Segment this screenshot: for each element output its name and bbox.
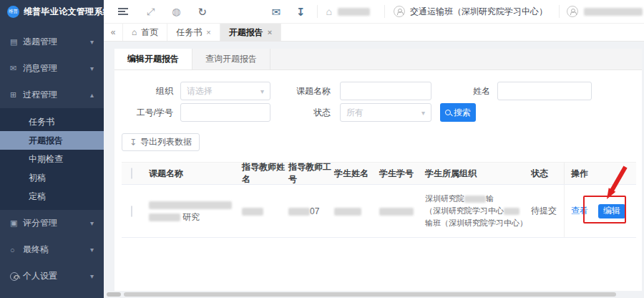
divider (317, 5, 318, 18)
supervisor-id-cell: 07 (288, 206, 334, 216)
status-label: 状态 (286, 103, 331, 122)
org-select-placeholder: 请选择 (187, 85, 213, 97)
view-link[interactable]: 查看 (571, 205, 588, 217)
collapse-tabs-icon[interactable]: « (104, 24, 122, 41)
fullscreen-icon[interactable]: ⤢ (147, 6, 155, 16)
sidebar-item-first-draft[interactable]: 初稿 (0, 168, 104, 187)
horizontal-scrollbar-track[interactable] (107, 292, 121, 297)
topic-management-icon: ▤ (10, 37, 23, 47)
process-management-icon: ⊞ (10, 90, 23, 100)
topic-name-label: 课题名称 (286, 82, 331, 100)
col-header-action: 操作 (564, 163, 636, 184)
student-name-cell (334, 206, 379, 216)
mail-icon[interactable]: ✉ (271, 6, 280, 17)
col-header-student-org: 学生所属组织 (425, 168, 531, 180)
chevron-down-icon: ▾ (90, 219, 94, 227)
close-icon[interactable]: × (268, 28, 272, 37)
sidebar-item-message-management[interactable]: ✉ 消息管理 ▾ (0, 55, 104, 82)
message-management-icon: ✉ (10, 64, 23, 73)
chevron-down-icon: ▾ (90, 38, 94, 46)
action-cell: 查看 编辑 (564, 185, 636, 237)
name-input[interactable] (497, 82, 592, 100)
download-icon[interactable]: ↧ (296, 6, 306, 17)
app-logo-row: 维普 维普毕业论文管理系统 (0, 0, 104, 24)
close-icon[interactable]: × (206, 28, 210, 37)
staff-student-id-label: 工号/学号 (122, 103, 173, 122)
redacted-text (334, 208, 361, 216)
redacted-user-name[interactable] (584, 8, 643, 16)
tab-edit-opening-report[interactable]: 编辑开题报告 (114, 49, 192, 69)
select-all-checkbox[interactable] (131, 168, 132, 179)
col-header-status: 状态 (531, 168, 564, 180)
sidebar-item-personal-settings[interactable]: 个人设置 ▾ (0, 263, 104, 289)
sidebar-item-label: 评分管理 (23, 217, 90, 229)
row-checkbox[interactable] (131, 206, 132, 217)
topic-visible-text: 研究 (182, 212, 200, 222)
sidebar-item-label: 消息管理 (23, 62, 90, 74)
tab-query-opening-report[interactable]: 查询开题报告 (192, 49, 270, 69)
org-text: （深圳研究院学习中心 (425, 206, 504, 215)
tab-label: 开题报告 (229, 27, 263, 39)
institution-icon[interactable]: ⌂ (326, 6, 332, 16)
export-list-button[interactable]: ↧ 导出列表数据 (122, 133, 200, 151)
top-toolbar: ⤢ ◍ ↻ ✉ ↧ ⌂ 交通运输班（深圳研究院学习中心） (104, 0, 644, 24)
person-icon (567, 6, 578, 17)
table-row: 研究 07 深圳研究院输 （深圳研究院学习中心 输班（深圳研究院学习中心） (122, 185, 636, 238)
chevron-down-icon: ▾ (260, 87, 264, 95)
chevron-down-icon: ▾ (90, 246, 94, 254)
chevron-down-icon: ▾ (90, 272, 94, 280)
org-label: 组织 (129, 82, 173, 100)
redacted-text (242, 208, 263, 216)
sidebar-item-final-version[interactable]: ○ 最终稿 ▾ (0, 236, 104, 263)
sidebar-item-task-book[interactable]: 任务书 (0, 112, 104, 131)
sidebar-item-label: 过程管理 (23, 89, 90, 101)
tab-label: 首页 (141, 27, 158, 39)
redacted-institution-name (338, 8, 370, 16)
student-org-cell: 深圳研究院输 （深圳研究院学习中心 输班（深圳研究院学习中心） (425, 193, 531, 229)
status-select-value: 所有 (346, 107, 364, 119)
score-management-icon: ▣ (10, 218, 23, 228)
export-button-label: 导出列表数据 (140, 136, 192, 148)
sidebar-item-midterm-check[interactable]: 中期检查 (0, 150, 104, 168)
col-header-student-name: 学生姓名 (334, 168, 379, 180)
chevron-down-icon: ▾ (90, 64, 94, 72)
search-icon (445, 110, 451, 115)
opening-report-panel: 编辑开题报告 查询开题报告 组织 请选择 ▾ 课题名称 姓名 工号/学号 状态 … (114, 49, 642, 291)
name-label: 姓名 (458, 82, 490, 100)
staff-student-id-input[interactable] (180, 103, 270, 122)
org-text: 输班（深圳研究院学习中心） (425, 218, 527, 227)
divider (384, 5, 385, 18)
sidebar-item-process-management[interactable]: ⊞ 过程管理 ▴ (0, 82, 104, 108)
chevron-up-icon: ▴ (90, 91, 94, 99)
chevron-down-icon: ▾ (421, 109, 425, 117)
search-button[interactable]: 搜索 (440, 103, 476, 122)
globe-icon[interactable]: ◍ (172, 6, 180, 16)
refresh-icon[interactable]: ↻ (197, 6, 207, 17)
person-icon (394, 6, 405, 17)
org-text: 输 (486, 194, 494, 203)
sidebar-item-opening-report[interactable]: 开题报告 (0, 131, 104, 150)
tab-home[interactable]: ⌂ 首页 (122, 24, 167, 41)
redacted-text (149, 201, 232, 209)
menu-fold-icon[interactable] (118, 8, 128, 15)
supervisor-name-cell (242, 206, 288, 216)
tab-opening-report[interactable]: 开题报告 × (220, 24, 281, 41)
app-logo-icon: 维普 (7, 6, 19, 18)
tab-task-book[interactable]: 任务书 × (167, 24, 220, 41)
org-select[interactable]: 请选择 ▾ (180, 82, 270, 100)
sidebar-item-label: 最终稿 (23, 244, 90, 256)
edit-button[interactable]: 编辑 (598, 204, 625, 218)
sidebar-item-topic-management[interactable]: ▤ 选题管理 ▾ (0, 29, 104, 55)
final-version-icon: ○ (10, 246, 23, 254)
sidebar-item-score-management[interactable]: ▣ 评分管理 ▾ (0, 210, 104, 236)
status-select[interactable]: 所有 ▾ (340, 103, 431, 122)
redacted-text (504, 208, 519, 215)
process-submenu: 任务书 开题报告 中期检查 初稿 定稿 (0, 108, 104, 210)
horizontal-scrollbar[interactable] (124, 292, 616, 297)
topic-name-input[interactable] (340, 82, 431, 100)
sidebar-item-final-draft[interactable]: 定稿 (0, 187, 104, 206)
app-title: 维普毕业论文管理系统 (24, 6, 112, 18)
supervisor-id-visible: 07 (310, 206, 319, 216)
class-chip[interactable]: 交通运输班（深圳研究院学习中心） (410, 6, 547, 18)
redacted-text (149, 213, 180, 221)
